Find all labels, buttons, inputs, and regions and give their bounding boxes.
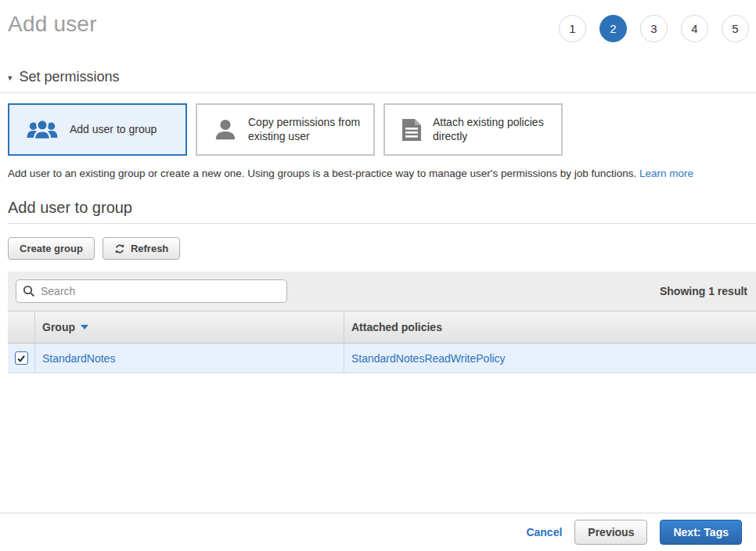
groups-table: Showing 1 result Group Attached policies (8, 272, 756, 373)
step-number: 4 (691, 22, 697, 35)
group-section-title: Add user to group (8, 199, 748, 217)
wizard-step-4: 4 (681, 15, 708, 42)
permissions-description: Add user to an existing group or create … (8, 167, 748, 179)
wizard-step-3: 3 (640, 15, 668, 42)
card-label: Add user to group (70, 123, 185, 137)
previous-button[interactable]: Previous (574, 520, 647, 545)
add-user-wizard-page: Add user 1 2 3 4 5 ▾ Set permissions (0, 0, 756, 551)
divider (0, 92, 756, 93)
step-number: 5 (732, 22, 738, 35)
refresh-button[interactable]: Refresh (103, 237, 180, 260)
cancel-link[interactable]: Cancel (526, 526, 562, 538)
table-row-standardnotes[interactable]: StandardNotes StandardNotesReadWritePoli… (8, 344, 756, 373)
learn-more-link[interactable]: Learn more (639, 167, 693, 179)
create-group-button[interactable]: Create group (8, 237, 95, 260)
wizard-step-2-active: 2 (599, 15, 627, 42)
card-attach-policies[interactable]: Attach existing policies directly (383, 103, 563, 156)
header-checkbox-cell (8, 312, 35, 343)
next-tags-button[interactable]: Next: Tags (660, 520, 742, 545)
card-add-user-to-group[interactable]: Add user to group (8, 103, 187, 156)
step-number: 3 (650, 22, 657, 35)
row-group-cell: StandardNotes (35, 344, 344, 373)
description-text: Add user to an existing group or create … (8, 167, 636, 179)
search-box (16, 279, 287, 303)
row-policy-cell: StandardNotesReadWritePolicy (344, 344, 756, 373)
group-link[interactable]: StandardNotes (42, 352, 115, 365)
results-count: Showing 1 result (660, 272, 747, 311)
search-input[interactable] (16, 279, 287, 303)
search-icon (23, 285, 35, 301)
column-header-attached-policies: Attached policies (344, 312, 756, 343)
column-label: Attached policies (351, 321, 442, 333)
refresh-icon (114, 243, 125, 254)
wizard-footer: Cancel Previous Next: Tags (0, 513, 756, 551)
step-number: 2 (610, 22, 616, 35)
divider (8, 223, 756, 224)
wizard-step-5: 5 (722, 15, 749, 42)
document-icon (401, 118, 422, 142)
column-header-group[interactable]: Group (35, 312, 344, 343)
table-header-row: Group Attached policies (8, 311, 756, 344)
wizard-steps: 1 2 3 4 5 (559, 15, 749, 42)
card-label: Copy permissions from existing user (248, 116, 372, 143)
refresh-label: Refresh (131, 243, 168, 254)
row-checkbox-checked[interactable] (15, 351, 28, 365)
user-icon (214, 118, 237, 142)
user-group-icon (26, 118, 59, 141)
column-label: Group (42, 321, 75, 333)
wizard-step-1: 1 (559, 15, 586, 42)
card-label: Attach existing policies directly (433, 116, 556, 143)
set-permissions-title: Set permissions (20, 69, 120, 85)
card-copy-permissions[interactable]: Copy permissions from existing user (196, 103, 375, 156)
row-checkbox-cell (8, 344, 35, 373)
sort-desc-icon (81, 325, 88, 330)
check-icon (16, 354, 26, 363)
permission-option-cards: Add user to group Copy permissions from … (8, 103, 748, 156)
collapse-caret-icon: ▾ (8, 73, 13, 83)
table-toolbar: Showing 1 result (8, 272, 756, 311)
set-permissions-header[interactable]: ▾ Set permissions (8, 69, 748, 85)
policy-link[interactable]: StandardNotesReadWritePolicy (351, 352, 506, 365)
table-actions: Create group Refresh (8, 237, 748, 260)
step-number: 1 (569, 22, 575, 35)
